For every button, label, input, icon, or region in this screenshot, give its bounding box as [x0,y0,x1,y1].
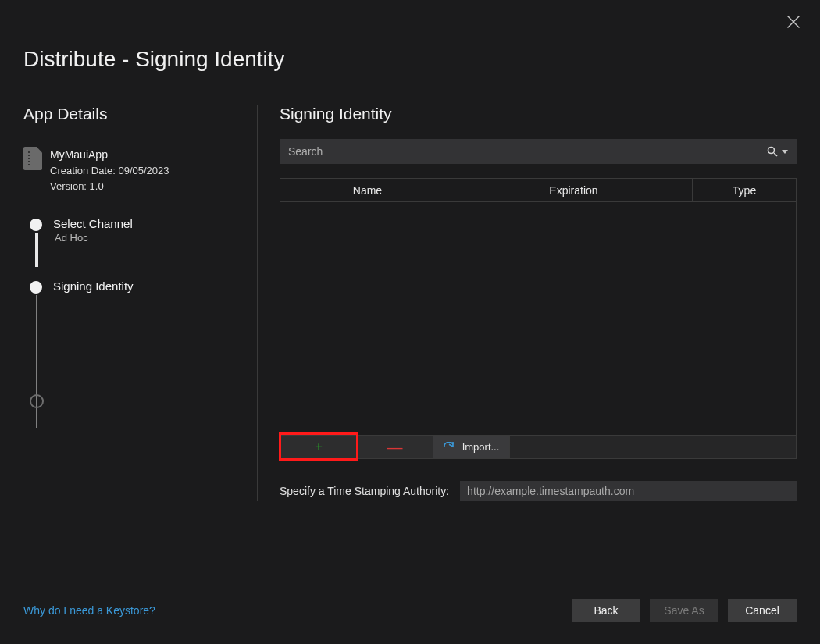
right-pane: Signing Identity Name Expiration Type [258,105,797,501]
dialog-footer: Why do I need a Keystore? Back Save As C… [23,599,797,622]
keystore-help-link[interactable]: Why do I need a Keystore? [23,604,155,617]
archive-icon [23,147,42,170]
import-identity-button[interactable]: Import... [433,436,510,458]
app-summary-lines: MyMauiApp Creation Date: 09/05/2023 Vers… [50,147,169,194]
cancel-button[interactable]: Cancel [728,599,797,622]
wizard-steps: Select Channel Ad Hoc Signing Identity [30,217,235,293]
app-details-heading: App Details [23,105,235,123]
step-select-channel[interactable]: Select Channel Ad Hoc [30,217,235,244]
step-connector [35,233,38,267]
import-button-label: Import... [462,441,500,453]
back-button[interactable]: Back [572,599,640,622]
add-identity-button[interactable]: ＋ [280,436,357,458]
column-name-label: Name [353,184,382,197]
remove-identity-button[interactable]: — [357,436,433,458]
close-icon [786,14,801,30]
search-options-button[interactable] [766,145,788,158]
import-icon [444,442,456,453]
content-row: App Details MyMauiApp Creation Date: 09/… [0,105,820,501]
timestamp-authority-row: Specify a Time Stamping Authority: [280,481,797,501]
chevron-down-icon [782,150,788,154]
save-as-button: Save As [650,599,718,622]
step-select-channel-title: Select Channel [53,217,235,230]
search-input[interactable] [288,145,766,158]
toolbar-spacer [510,436,796,458]
timestamp-authority-input[interactable] [460,481,797,501]
page-title: Distribute - Signing Identity [0,0,820,72]
table-body-empty[interactable] [280,202,796,435]
app-creation-date: Creation Date: 09/05/2023 [50,163,169,179]
close-button[interactable] [786,14,801,30]
table-toolbar: ＋ — Import... [280,435,796,458]
dialog-window: Distribute - Signing Identity App Detail… [0,0,820,644]
app-name: MyMauiApp [50,147,169,163]
footer-buttons: Back Save As Cancel [572,599,797,622]
left-pane: App Details MyMauiApp Creation Date: 09/… [23,105,258,501]
identity-table: Name Expiration Type ＋ — [280,178,797,459]
step-dot-icon [30,219,42,231]
app-version: Version: 1.0 [50,179,169,194]
column-name[interactable]: Name [280,179,455,201]
step-dot-icon [30,394,44,408]
svg-line-3 [774,153,777,156]
step-dot-icon [30,281,42,294]
column-expiration-label: Expiration [549,184,597,197]
step-signing-identity-title: Signing Identity [53,279,235,293]
search-icon [766,145,779,158]
step-select-channel-sub: Ad Hoc [55,232,235,244]
timestamp-authority-label: Specify a Time Stamping Authority: [280,485,449,497]
column-type-label: Type [733,184,756,197]
signing-identity-heading: Signing Identity [280,105,797,123]
table-header: Name Expiration Type [280,179,796,202]
plus-icon: ＋ [312,439,325,455]
step-signing-identity[interactable]: Signing Identity [30,279,235,293]
search-bar[interactable] [280,139,797,164]
svg-point-2 [768,148,775,154]
column-expiration[interactable]: Expiration [455,179,693,201]
app-summary: MyMauiApp Creation Date: 09/05/2023 Vers… [23,147,235,194]
column-type[interactable]: Type [693,179,796,201]
